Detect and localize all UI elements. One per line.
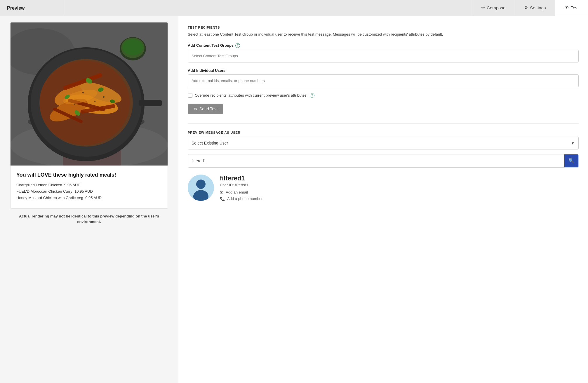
svg-point-26 xyxy=(123,39,143,55)
override-checkbox-row: Override recipients' attributes with cur… xyxy=(188,93,579,98)
avatar xyxy=(188,175,214,201)
test-label: Test xyxy=(570,5,579,10)
user-result: filtered1 User ID: filtered1 ✉ Add an em… xyxy=(188,175,579,203)
content-test-groups-label: Add Content Test Groups ? xyxy=(188,43,579,48)
override-checkbox[interactable] xyxy=(188,93,192,98)
user-name: filtered1 xyxy=(220,175,579,182)
message-image xyxy=(11,22,168,166)
compose-icon: ✏ xyxy=(481,5,485,10)
test-recipients-title: TEST RECIPIENTS xyxy=(188,26,579,29)
eye-icon: 👁 xyxy=(565,5,569,10)
menu-item-1: Chargrilled Lemon Chicken 9.95 AUD xyxy=(16,182,162,188)
svg-rect-7 xyxy=(139,100,162,106)
main-content: You will LOVE these highly rated meals! … xyxy=(0,16,588,383)
individual-users-label: Add Individual Users xyxy=(188,68,579,73)
message-card: You will LOVE these highly rated meals! … xyxy=(10,22,168,209)
menu-item-3: Honey Mustard Chicken with Garlic Veg 9.… xyxy=(16,195,162,201)
tab-test[interactable]: 👁 Test xyxy=(555,0,588,16)
tab-compose[interactable]: ✏ Compose xyxy=(472,0,515,16)
email-icon: ✉ xyxy=(220,190,223,195)
user-search-row: 🔍 xyxy=(188,154,579,168)
user-search-input[interactable] xyxy=(188,154,564,167)
tab-settings[interactable]: ⚙ Settings xyxy=(515,0,555,16)
override-label: Override recipients' attributes with cur… xyxy=(195,93,307,98)
preview-message-title: PREVIEW MESSAGE AS USER xyxy=(188,131,579,134)
right-panel: TEST RECIPIENTS Select at least one Cont… xyxy=(178,16,588,383)
content-test-groups-help-icon[interactable]: ? xyxy=(235,43,240,48)
svg-point-27 xyxy=(82,92,84,93)
test-recipients-desc: Select at least one Content Test Group o… xyxy=(188,32,579,37)
user-search-button[interactable]: 🔍 xyxy=(564,154,578,167)
section-divider xyxy=(188,123,579,124)
settings-label: Settings xyxy=(530,5,546,10)
send-test-label: Send Test xyxy=(199,107,218,111)
select-user-wrapper: Select Existing User ▼ xyxy=(188,137,579,149)
svg-point-28 xyxy=(94,101,96,102)
user-id: User ID: filtered1 xyxy=(220,183,579,187)
search-icon: 🔍 xyxy=(568,158,574,163)
user-info: filtered1 User ID: filtered1 ✉ Add an em… xyxy=(220,175,579,203)
add-email-field[interactable]: ✉ Add an email xyxy=(220,190,579,195)
menu-item-2: FUEL'D Moroccan Chicken Curry 10.95 AUD xyxy=(16,188,162,195)
settings-icon: ⚙ xyxy=(524,5,528,10)
message-body: You will LOVE these highly rated meals! … xyxy=(11,166,168,208)
preview-title: Preview xyxy=(7,6,25,11)
top-navigation: Preview ✏ Compose ⚙ Settings 👁 Test xyxy=(0,0,588,16)
tab-bar: ✏ Compose ⚙ Settings 👁 Test xyxy=(472,0,588,16)
svg-point-30 xyxy=(103,96,105,98)
message-title: You will LOVE these highly rated meals! xyxy=(16,171,162,178)
preview-label: Preview xyxy=(0,0,64,16)
individual-users-input[interactable] xyxy=(188,74,579,87)
override-help-icon[interactable]: ? xyxy=(310,93,314,98)
add-phone-label: Add a phone number xyxy=(227,196,262,201)
disclaimer-text: Actual rendering may not be identical to… xyxy=(10,213,168,231)
add-phone-field[interactable]: 📞 Add a phone number xyxy=(220,196,579,201)
preview-panel: You will LOVE these highly rated meals! … xyxy=(0,16,178,383)
menu-items: Chargrilled Lemon Chicken 9.95 AUD FUEL'… xyxy=(16,182,162,201)
send-icon: ✉ xyxy=(194,107,197,111)
svg-point-29 xyxy=(74,104,75,105)
phone-icon: 📞 xyxy=(220,196,225,201)
select-existing-user[interactable]: Select Existing User xyxy=(188,137,579,149)
send-test-button[interactable]: ✉ Send Test xyxy=(188,104,223,114)
content-test-groups-input[interactable] xyxy=(188,50,579,62)
add-email-label: Add an email xyxy=(226,190,248,194)
compose-label: Compose xyxy=(487,5,505,10)
svg-point-32 xyxy=(196,180,206,189)
